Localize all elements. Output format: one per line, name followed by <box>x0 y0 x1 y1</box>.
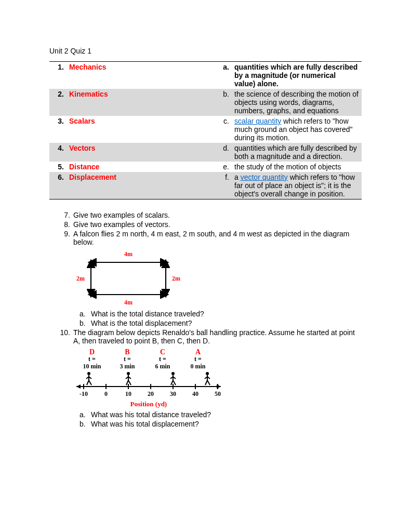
nl-time-val: 0 min <box>183 363 213 370</box>
definition: a vector quantity which refers to "how f… <box>232 172 362 200</box>
sub-letter: a. <box>79 310 91 318</box>
definition: scalar quantity which refers to "how muc… <box>232 116 362 143</box>
term-number: 5. <box>49 162 67 172</box>
term: Kinematics <box>67 89 218 116</box>
nl-time: t = <box>77 356 107 363</box>
nl-time-val: 6 min <box>148 363 177 370</box>
def-letter: b. <box>218 89 232 116</box>
match-row: 4.Vectorsd.quantities which are fully de… <box>49 143 362 162</box>
svg-text:30: 30 <box>170 390 176 397</box>
rectangle-diagram: 4m 2m 2m <box>73 249 183 308</box>
question-9a: a. What is the total distance traveled? <box>49 310 362 318</box>
question-10b: b. What was his total displacement? <box>49 420 362 428</box>
svg-point-10 <box>127 372 130 375</box>
question-7: 7. Give two examples of scalars. <box>49 211 362 219</box>
svg-text:40: 40 <box>192 390 198 397</box>
svg-point-16 <box>171 372 175 375</box>
svg-text:-10: -10 <box>79 390 88 397</box>
definition: the study of the motion of objects <box>232 162 362 172</box>
svg-line-27 <box>207 380 210 385</box>
nl-column: Dt =10 min <box>77 348 107 370</box>
nl-letter: B <box>113 348 142 356</box>
question-9: 9. A falcon flies 2 m north, 4 m east, 2… <box>49 230 362 246</box>
svg-text:50: 50 <box>215 390 221 397</box>
term-number: 6. <box>49 172 67 200</box>
svg-text:0: 0 <box>104 390 108 397</box>
def-letter: e. <box>218 162 232 172</box>
page-title: Unit 2 Quiz 1 <box>49 47 362 55</box>
question-text: A falcon flies 2 m north, 4 m east, 2 m … <box>73 230 362 246</box>
nl-time-val: 3 min <box>113 363 142 370</box>
question-number: 7. <box>57 211 73 219</box>
questions-block: 7. Give two examples of scalars. 8. Give… <box>49 211 362 428</box>
term-number: 1. <box>49 62 67 89</box>
term: Vectors <box>67 143 218 162</box>
svg-point-22 <box>206 372 209 375</box>
matching-table: 1.Mechanicsa.quantities which are fully … <box>49 61 362 200</box>
nl-letter: D <box>77 348 107 356</box>
sub-text: What was his total displacement? <box>91 420 199 428</box>
question-text: Give two examples of vectors. <box>73 220 362 229</box>
question-text: Give two examples of scalars. <box>73 211 362 219</box>
nl-letter: C <box>148 348 177 356</box>
term: Scalars <box>67 116 218 143</box>
svg-line-9 <box>89 380 91 385</box>
rect-bottom-label: 4m <box>74 299 182 307</box>
nl-column: At =0 min <box>183 348 213 370</box>
svg-point-4 <box>87 372 90 375</box>
question-10: 10. The diagram below depicts Renaldo's … <box>49 328 362 345</box>
term-number: 4. <box>49 143 67 162</box>
nl-time: t = <box>148 356 177 363</box>
axis-label: Position (yd) <box>73 400 224 408</box>
match-row: 3.Scalarsc.scalar quantity which refers … <box>49 116 362 143</box>
svg-line-26 <box>205 380 207 385</box>
term: Distance <box>67 162 218 172</box>
nl-column: Ct =6 min <box>148 348 177 370</box>
match-row: 1.Mechanicsa.quantities which are fully … <box>49 62 362 89</box>
definition: quantities which are fully described by … <box>232 143 362 162</box>
sub-letter: b. <box>79 420 91 428</box>
def-letter: f. <box>218 172 232 200</box>
sub-text: What is the total displacement? <box>91 319 192 327</box>
nl-time: t = <box>113 356 142 363</box>
sub-text: What was his total distance traveled? <box>91 410 211 419</box>
question-number: 8. <box>57 220 73 229</box>
nl-column: Bt =3 min <box>113 348 142 370</box>
definition: the science of describing the motion of … <box>232 89 362 116</box>
def-letter: d. <box>218 143 232 162</box>
question-8: 8. Give two examples of vectors. <box>49 220 362 229</box>
term: Mechanics <box>67 62 218 89</box>
svg-line-8 <box>87 380 89 385</box>
term: Displacement <box>67 172 218 200</box>
svg-text:20: 20 <box>148 390 154 397</box>
question-number: 10. <box>57 328 73 345</box>
match-row: 5.Distancee.the study of the motion of o… <box>49 162 362 172</box>
nl-time-val: 10 min <box>77 363 107 370</box>
rect-right-label: 2m <box>170 275 182 283</box>
svg-text:10: 10 <box>125 390 131 397</box>
nl-letter: A <box>183 348 213 356</box>
nl-time: t = <box>183 356 213 363</box>
rect-left-label: 2m <box>74 275 87 283</box>
question-number: 9. <box>57 230 73 246</box>
match-row: 6.Displacementf.a vector quantity which … <box>49 172 362 200</box>
match-row: 2.Kinematicsb.the science of describing … <box>49 89 362 116</box>
question-9b: b. What is the total displacement? <box>49 319 362 327</box>
numberline-svg: -1001020304050 <box>73 370 224 397</box>
def-letter: a. <box>218 62 232 89</box>
sub-text: What is the total distance traveled? <box>91 310 204 318</box>
definition-link[interactable]: scalar quantity <box>234 117 281 125</box>
question-10a: a. What was his total distance traveled? <box>49 410 362 419</box>
sub-letter: b. <box>79 319 91 327</box>
rectangle-svg <box>87 258 170 299</box>
rect-top-label: 4m <box>74 250 182 258</box>
question-text: The diagram below depicts Renaldo's ball… <box>73 328 362 345</box>
numberline-diagram: Dt =10 minBt =3 minCt =6 minAt =0 min -1… <box>73 348 224 408</box>
term-number: 2. <box>49 89 67 116</box>
def-letter: c. <box>218 116 232 143</box>
definition-link[interactable]: vector quantity <box>241 173 288 181</box>
term-number: 3. <box>49 116 67 143</box>
sub-letter: a. <box>79 410 91 419</box>
definition: quantities which are fully described by … <box>232 62 362 89</box>
